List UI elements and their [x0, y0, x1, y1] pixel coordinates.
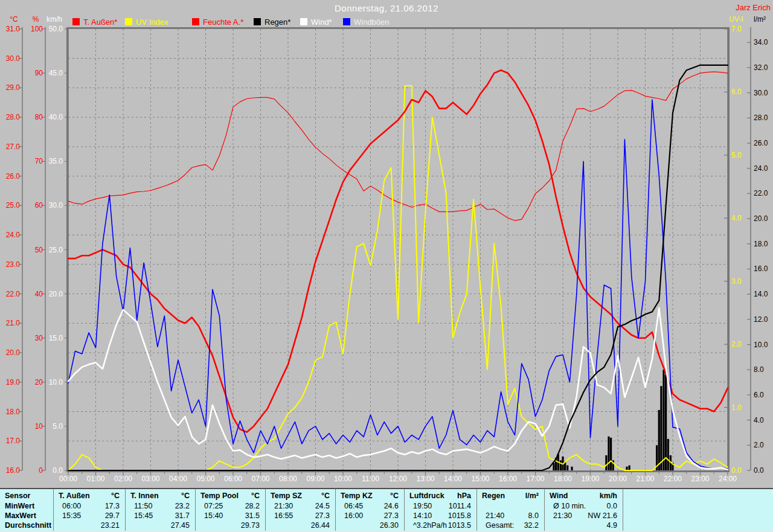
table-cell: °C: [54, 491, 120, 501]
chart-legend: T. Außen*UV IndexFeuchte A.*Regen*Wind*W…: [0, 18, 773, 27]
svg-text:16:00: 16:00: [499, 475, 517, 483]
table-cell: MinWert: [5, 501, 52, 511]
svg-text:18.0: 18.0: [6, 408, 21, 416]
table-row-labels: SensorMinWertMaxWertDurchschnitt: [0, 489, 53, 532]
svg-text:1.0: 1.0: [731, 403, 742, 412]
svg-text:13:00: 13:00: [416, 475, 434, 483]
table-cell: NW 21.6: [545, 511, 617, 521]
svg-text:07:00: 07:00: [251, 475, 269, 483]
table-cell: °C: [336, 491, 399, 501]
svg-text:3.0: 3.0: [731, 277, 742, 286]
author-signature: Jarz Erich: [736, 3, 771, 12]
svg-text:40.0: 40.0: [49, 113, 63, 121]
table-cell: 31.7: [126, 511, 190, 521]
svg-text:23:00: 23:00: [691, 475, 709, 483]
svg-text:10: 10: [35, 422, 43, 431]
weather-app-window: °C31.030.029.028.027.026.025.024.023.022…: [0, 0, 773, 532]
svg-text:4.0: 4.0: [754, 416, 764, 425]
svg-text:09:00: 09:00: [306, 475, 324, 483]
svg-text:28.0: 28.0: [754, 114, 768, 122]
svg-text:20:00: 20:00: [609, 475, 627, 483]
table-col-temp-sz: Temp SZ°C21:3024.516:5527.326.44: [265, 489, 336, 532]
table-cell: °C: [126, 491, 190, 501]
svg-text:04:00: 04:00: [169, 475, 187, 483]
svg-text:80: 80: [35, 113, 43, 121]
table-cell: Sensor: [5, 491, 52, 501]
svg-text:03:00: 03:00: [141, 475, 159, 483]
svg-text:30.0: 30.0: [6, 54, 21, 63]
chart-title: Donnerstag, 21.06.2012: [0, 3, 773, 13]
svg-text:22:00: 22:00: [664, 475, 682, 483]
table-cell: °C: [196, 491, 260, 501]
svg-text:05:00: 05:00: [196, 475, 214, 483]
table-cell: 0.0: [545, 501, 617, 511]
svg-text:10.0: 10.0: [49, 378, 63, 386]
axis-uv: UV-I7.06.05.04.03.02.01.00.0: [724, 15, 743, 475]
table-cell: 26.30: [336, 521, 399, 530]
table-cell: 26.44: [266, 521, 330, 530]
svg-text:5.0: 5.0: [53, 422, 63, 431]
table-cell: 27.3: [336, 511, 399, 521]
svg-text:0.0: 0.0: [754, 466, 764, 475]
svg-text:15.0: 15.0: [49, 334, 63, 342]
svg-text:2.0: 2.0: [754, 441, 764, 449]
svg-text:16.0: 16.0: [754, 264, 768, 273]
svg-text:21.0: 21.0: [6, 319, 21, 327]
svg-text:25.0: 25.0: [6, 201, 21, 210]
svg-text:28.0: 28.0: [6, 113, 21, 121]
svg-text:30: 30: [35, 334, 43, 342]
svg-text:20: 20: [35, 378, 43, 386]
table-cell: 29.73: [196, 521, 260, 530]
legend-item-6: Windböen: [343, 18, 390, 26]
legend-item-4: Regen*: [254, 18, 290, 26]
table-col-regen: Regenl/m²21:408.0Gesamt:32.2: [476, 489, 545, 532]
table-cell: 24.6: [336, 501, 399, 511]
table-col-temp-pool: Temp Pool°C07:2528.215:4031.529.73: [195, 489, 266, 532]
table-col-luftdruck: LuftdruckhPa19:501011.414:101015.8^3.2hP…: [404, 489, 477, 532]
legend-swatch-icon: [125, 18, 132, 25]
svg-text:14:00: 14:00: [444, 475, 462, 483]
legend-label: Wind*: [311, 18, 332, 27]
legend-item-1: T. Außen*: [72, 18, 117, 26]
table-cell: hPa: [405, 491, 471, 501]
legend-label: Feuchte A.*: [203, 18, 243, 27]
svg-text:19:00: 19:00: [581, 475, 599, 483]
table-cell: km/h: [545, 491, 617, 501]
table-cell: 32.2: [477, 521, 539, 530]
svg-text:70: 70: [35, 157, 43, 165]
table-col-temp-kz: Temp KZ°C06:4524.616:0027.326.30: [335, 489, 405, 532]
svg-text:29.0: 29.0: [6, 83, 21, 92]
table-cell: 23.21: [54, 521, 120, 530]
svg-text:20.0: 20.0: [49, 290, 63, 298]
svg-text:22.0: 22.0: [6, 290, 21, 298]
svg-text:0: 0: [39, 466, 43, 475]
svg-text:14.0: 14.0: [754, 290, 768, 298]
table-cell: 23.2: [126, 501, 190, 511]
svg-text:12.0: 12.0: [754, 315, 768, 324]
table-cell: 4.9: [545, 521, 617, 530]
table-cell: 8.0: [477, 511, 539, 521]
sensor-stats-table: SensorMinWertMaxWertDurchschnittT. Außen…: [0, 488, 773, 532]
legend-swatch-icon: [72, 18, 80, 25]
axis-hum: %1009080706050403020100: [31, 15, 45, 475]
svg-text:12:00: 12:00: [389, 475, 407, 483]
table-cell: 1011.4: [405, 501, 471, 511]
table-cell: 31.5: [196, 511, 260, 521]
svg-text:40: 40: [35, 290, 43, 298]
svg-text:15:00: 15:00: [471, 475, 489, 483]
svg-text:00:00: 00:00: [59, 475, 77, 483]
table-cell: 24.5: [266, 501, 330, 511]
svg-text:5.0: 5.0: [731, 151, 742, 159]
svg-text:21:00: 21:00: [636, 475, 654, 483]
legend-swatch-icon: [192, 18, 199, 25]
svg-text:26.0: 26.0: [754, 139, 768, 147]
table-cell: 27.45: [126, 521, 190, 530]
table-col-t-au-en: T. Außen°C06:0017.315:3529.723.21: [53, 489, 126, 532]
table-cell: l/m²: [477, 491, 539, 501]
table-cell: °C: [266, 491, 330, 501]
table-cell: 17.3: [54, 501, 120, 511]
svg-text:50: 50: [35, 246, 43, 254]
table-cell: 27.3: [266, 511, 330, 521]
svg-text:26.0: 26.0: [6, 172, 21, 181]
table-cell: 1015.8: [405, 511, 471, 521]
